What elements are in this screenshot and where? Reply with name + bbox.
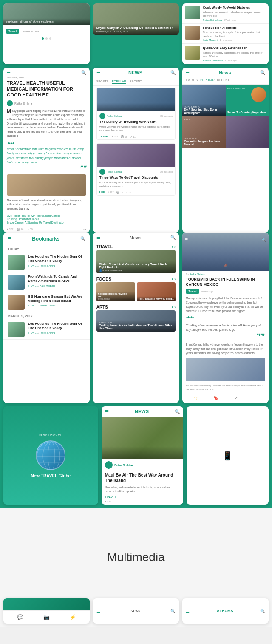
bookmarks-title: Bookmarks bbox=[32, 236, 60, 242]
card1-avatar bbox=[99, 113, 105, 119]
bookmark-title-3: It S Hurricane Season But We Are Visitin… bbox=[28, 295, 85, 304]
news-grid-phone: ☰ News 🔍 EVENTS POPULAR RECENT REIKA SHI… bbox=[182, 68, 269, 233]
chat-icon[interactable]: 💬 bbox=[17, 614, 23, 620]
flash-icon[interactable]: ⚡ bbox=[70, 614, 76, 620]
link-3[interactable]: Bryce Canyon A Stunning Us Travel Destin… bbox=[7, 221, 86, 224]
travel-card[interactable]: Global Travel And Vacations Luxury Trave… bbox=[96, 250, 176, 273]
side-news-3[interactable]: Quick And Easy Lunches For Parties and f… bbox=[182, 44, 269, 64]
arts-arrows[interactable]: ‹ › bbox=[172, 305, 176, 309]
bn-title-header: NEWS bbox=[135, 409, 149, 414]
camera-icon[interactable]: 📷 bbox=[43, 614, 50, 620]
bookmark-icon[interactable]: 🔖 bbox=[213, 396, 218, 400]
grid-cell-4[interactable]: ⋯⋯ 1 bbox=[226, 116, 269, 148]
detail-quote-2: Brent Conrad talks with everyone from fr… bbox=[182, 341, 269, 356]
bookmarks-hamburger[interactable]: ☰ bbox=[8, 236, 11, 241]
ns-hamburger[interactable]: ☰ bbox=[96, 235, 100, 240]
bp3-search[interactable]: 🔍 bbox=[260, 609, 265, 613]
author-byline: By Reika Shihira bbox=[182, 271, 269, 276]
bn-hamburger[interactable]: ☰ bbox=[105, 409, 109, 414]
bookmark-img-1 bbox=[8, 255, 25, 270]
bookmarks-search[interactable]: 🔍 bbox=[80, 236, 85, 241]
hamburger-icon-3[interactable]: ☰ bbox=[186, 70, 190, 75]
bp3-hamburger[interactable]: ☰ bbox=[186, 609, 190, 613]
bookmark-2[interactable]: From Wetlands To Canals And Dams Amsterd… bbox=[3, 272, 90, 292]
grid-cell-2[interactable]: KATO MEGUMI Secret To Cooking Vegetables bbox=[226, 85, 269, 116]
bp2-hamburger[interactable]: ☰ bbox=[96, 609, 100, 613]
tab-recent[interactable]: RECENT bbox=[130, 80, 142, 84]
today-label: TODAY bbox=[3, 245, 90, 252]
bookmark-4[interactable]: Les Houches The Hidden Gem Of The Chamon… bbox=[3, 320, 90, 340]
foods-arrows[interactable]: ‹ › bbox=[172, 277, 176, 281]
search-icon-3[interactable]: 🔍 bbox=[260, 70, 265, 75]
link-1[interactable]: Live Poker How To Win Tournament Games bbox=[7, 214, 86, 217]
grid-cell-1[interactable]: REIKA SHIHIRA Do A Sporting Stag Do In B… bbox=[182, 85, 225, 116]
bryce-canyon-card[interactable]: Bryce Canyon A Stunning Us Travel Destin… bbox=[93, 3, 179, 35]
detail-mountain-img bbox=[186, 358, 265, 381]
quote-open: ❝❝ bbox=[7, 141, 86, 147]
globe-label: New TRAVEL Globe bbox=[31, 474, 71, 478]
card2-time: 30 min ago bbox=[160, 170, 173, 173]
bookmark-3[interactable]: It S Hurricane Season But We Are Visitin… bbox=[3, 292, 90, 312]
side-hamburger[interactable]: ☰ bbox=[185, 235, 188, 243]
news-title: NEWS bbox=[128, 70, 142, 75]
link-2[interactable]: Cruising Destination Ideas bbox=[7, 218, 86, 221]
side-search[interactable]: 🔍 bbox=[262, 235, 266, 243]
bookmark-1[interactable]: Les Houches The Hidden Gem Of The Chamon… bbox=[3, 252, 90, 272]
travel-arrows[interactable]: ‹ › bbox=[172, 244, 176, 249]
bookmark-title-2: From Wetlands To Canals And Dams Amsterd… bbox=[28, 275, 85, 284]
more-icon[interactable]: ⋯ bbox=[253, 396, 258, 400]
arts-card[interactable]: Johan Liebert Curling Irons Are As Indiv… bbox=[96, 310, 176, 332]
bn-search[interactable]: 🔍 bbox=[175, 409, 180, 414]
hamburger-icon-2[interactable]: ☰ bbox=[96, 70, 100, 75]
food-card-2[interactable]: Top 3 Reasons Why You Need... bbox=[137, 282, 176, 301]
food-title-1: Cooking Recipes Anytime and... bbox=[98, 292, 133, 298]
side-news-desc-2: Gourmet cooking is a style of food prepa… bbox=[203, 31, 266, 38]
bookmark-img-3 bbox=[8, 295, 25, 310]
news-card-2[interactable]: Reika Shihira 30 min ago Three Ways To G… bbox=[96, 143, 176, 196]
more-options[interactable]: ••• bbox=[83, 228, 86, 230]
star-icon[interactable]: ☆ bbox=[194, 396, 198, 400]
march9-label: MARCH 9, 2017 bbox=[3, 312, 90, 320]
likes-stat: ♥ 322 bbox=[7, 228, 14, 230]
detail-quote-1: Thinking about overseas adventure travel… bbox=[186, 322, 265, 334]
side-news-1[interactable]: Cook Wisely To Avoid Diabetes When someo… bbox=[182, 3, 269, 24]
tab-popular[interactable]: POPULAR bbox=[112, 80, 126, 84]
tab-sports[interactable]: SPORTS bbox=[96, 80, 109, 84]
travel-tag[interactable]: Travel bbox=[6, 29, 19, 34]
news-detail-side-phone: ☰ 🔍 ⛵ By Reika Shihira TOURISM IS BACK I… bbox=[182, 233, 269, 403]
globe-subtitle: New TRAVEL bbox=[39, 433, 62, 437]
tab-popular-3[interactable]: POPULAR bbox=[200, 79, 214, 82]
ns-search[interactable]: 🔍 bbox=[170, 235, 176, 240]
side-news-img-2 bbox=[185, 26, 200, 40]
mountain-image: ☰ 🔍 ⛵ bbox=[182, 233, 269, 271]
search-icon[interactable]: 🔍 bbox=[81, 70, 86, 75]
card2-comments: 💬 16 bbox=[116, 191, 123, 194]
travel-card-title: Global Travel And Vacations Luxury Trave… bbox=[99, 263, 173, 269]
bn-author: Seika Shihira bbox=[114, 464, 133, 467]
food-card-1[interactable]: Cooking Recipes Anytime and... Reika Mog… bbox=[96, 282, 135, 301]
bp2-search[interactable]: 🔍 bbox=[170, 609, 176, 613]
detail-tag: Travel bbox=[186, 289, 199, 294]
multimedia-title: Multimedia bbox=[3, 550, 269, 564]
side-news-2[interactable]: Fondue Non Alcoholic Gourmet cooking is … bbox=[182, 24, 269, 44]
grid-cell-3[interactable]: Arts JOHAN LIEBERT Cosmetic Surgery Rest… bbox=[182, 116, 225, 148]
side-news-title-1: Cook Wisely To Avoid Diabetes bbox=[203, 6, 266, 10]
hamburger-icon[interactable]: ☰ bbox=[7, 70, 11, 75]
arts-section-label: ARTS ‹ › bbox=[93, 303, 179, 310]
article-body-2: The rules of travel have altered so much… bbox=[3, 197, 90, 212]
grid-label-3: Arts bbox=[184, 118, 190, 121]
bottom-bar: 💬 📷 ⚡ ☰ News 🔍 ☰ ALBUMS 🔍 bbox=[0, 598, 272, 627]
search-icon-2[interactable]: 🔍 bbox=[170, 70, 176, 75]
news-card-img-1 bbox=[97, 88, 176, 111]
side-news-author-3: Hanise Tachibana bbox=[203, 59, 223, 62]
bn-article-desc: Namaskar, welcome to Incredible India, w… bbox=[102, 485, 184, 494]
article-phone: ☰ 🔍 March 08, 2017 TRAVEL HEALTH USEFUL … bbox=[3, 68, 90, 233]
card2-desc: If you're looking for a romantic place t… bbox=[99, 181, 173, 188]
multimedia-section: Multimedia bbox=[0, 508, 272, 598]
bookmark-img-4 bbox=[8, 322, 25, 337]
tab-events[interactable]: EVENTS bbox=[186, 79, 198, 82]
bookmark-img-2 bbox=[8, 275, 25, 290]
news-card-1[interactable]: Reika Shihira 15 min ago The Luxury Of T… bbox=[96, 88, 176, 140]
tab-recent-3[interactable]: RECENT bbox=[217, 79, 230, 82]
share-icon[interactable]: ↗ bbox=[234, 396, 238, 400]
